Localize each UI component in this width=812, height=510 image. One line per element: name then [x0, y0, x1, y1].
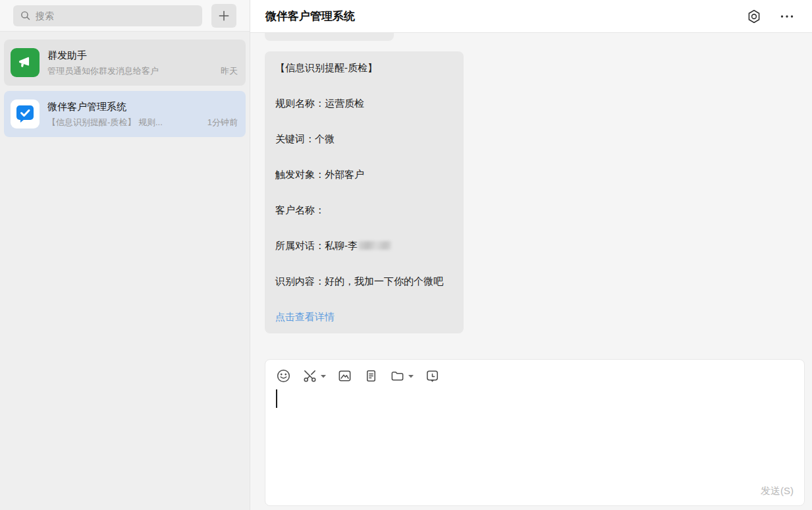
send-button[interactable]: 发送(S): [761, 485, 794, 497]
search-input[interactable]: [36, 11, 196, 21]
composer-toolbar: [265, 360, 804, 383]
chat-list: 群发助手 管理员通知你群发消息给客户 昨天: [0, 32, 250, 510]
add-icon: [217, 9, 230, 22]
message-input[interactable]: [265, 383, 804, 469]
chat-header: 微伴客户管理系统: [250, 0, 812, 33]
main-panel: 微伴客户管理系统 【信息识别提醒-质检】 规则名称：运营质检 关键词：个微 触发…: [250, 0, 812, 510]
check-bubble-icon: [14, 103, 36, 125]
chat-name: 微伴客户管理系统: [47, 100, 238, 113]
message-composer: 发送(S): [265, 359, 805, 506]
text-cursor: [276, 389, 277, 408]
add-button[interactable]: [211, 4, 236, 28]
card-line-customer-name: 客户名称：: [275, 203, 453, 217]
file-icon: [364, 368, 379, 383]
emoji-button[interactable]: [276, 368, 291, 383]
chat-item-weiban-crm[interactable]: 微伴客户管理系统 【信息识别提醒-质检】 规则... 1分钟前: [4, 91, 246, 137]
card-line-conversation: 所属对话：私聊-李: [275, 239, 453, 253]
avatar: [11, 99, 40, 128]
sidebar: 群发助手 管理员通知你群发消息给客户 昨天: [0, 0, 250, 510]
screenshot-button[interactable]: [302, 368, 326, 383]
chat-preview: 【信息识别提醒-质检】 规则...: [47, 117, 201, 128]
redacted-name: [358, 241, 391, 250]
folder-icon: [390, 368, 405, 383]
folder-button[interactable]: [390, 368, 414, 383]
chat-message-area: 【信息识别提醒-质检】 规则名称：运营质检 关键词：个微 触发对象：外部客户 客…: [250, 33, 812, 510]
chevron-down-icon: [321, 374, 326, 378]
card-line-rule-name: 规则名称：运营质检: [275, 96, 453, 111]
emoji-icon: [276, 368, 291, 383]
search-box[interactable]: [13, 5, 202, 26]
chat-title: 微伴客户管理系统: [265, 9, 746, 24]
image-icon: [337, 368, 352, 383]
view-details-link[interactable]: 点击查看详情: [275, 310, 453, 324]
send-file-button[interactable]: [364, 368, 379, 383]
search-icon: [20, 10, 31, 21]
chat-history-button[interactable]: [425, 368, 440, 383]
avatar: [11, 48, 40, 77]
card-line-keyword: 关键词：个微: [275, 132, 453, 146]
chat-item-mass-send-assistant[interactable]: 群发助手 管理员通知你群发消息给客户 昨天: [4, 40, 246, 86]
chat-time: 昨天: [221, 65, 238, 77]
chat-item-text: 群发助手 管理员通知你群发消息给客户 昨天: [47, 49, 238, 77]
chevron-down-icon: [408, 374, 414, 378]
screenshot-scissors-icon: [302, 368, 317, 383]
settings-hexagon-icon[interactable]: [746, 9, 762, 24]
card-line-title: 【信息识别提醒-质检】: [275, 61, 453, 75]
chat-item-text: 微伴客户管理系统 【信息识别提醒-质检】 规则... 1分钟前: [47, 100, 238, 128]
previous-message-bubble-partial: [265, 33, 394, 41]
chat-history-icon: [425, 368, 440, 383]
chat-name: 群发助手: [47, 49, 238, 62]
chat-time: 1分钟前: [207, 117, 238, 128]
app-window: 群发助手 管理员通知你群发消息给客户 昨天: [0, 0, 812, 510]
notification-message-card: 【信息识别提醒-质检】 规则名称：运营质检 关键词：个微 触发对象：外部客户 客…: [265, 51, 464, 333]
chat-preview: 管理员通知你群发消息给客户: [47, 65, 214, 77]
card-line-trigger-target: 触发对象：外部客户: [275, 167, 453, 182]
send-image-button[interactable]: [337, 368, 352, 383]
megaphone-icon: [16, 54, 34, 71]
card-line-recognized-content: 识别内容：好的，我加一下你的个微吧: [275, 274, 453, 289]
sidebar-topbar: [0, 0, 250, 32]
more-dots-icon[interactable]: [779, 9, 795, 24]
